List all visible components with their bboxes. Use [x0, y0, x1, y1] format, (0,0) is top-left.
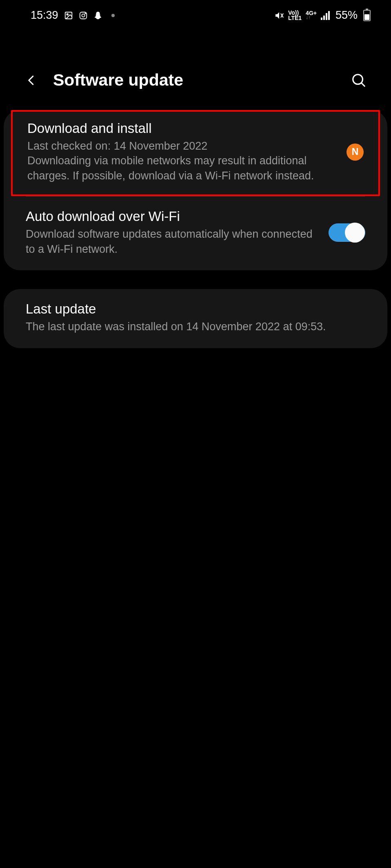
signal-icon — [321, 11, 330, 20]
data-type-indicator: 4G+ ↓↑ — [306, 11, 317, 20]
download-install-title: Download and install — [27, 121, 338, 136]
back-icon[interactable] — [25, 74, 38, 86]
svg-point-1 — [67, 13, 68, 15]
battery-percent: 55% — [335, 9, 358, 22]
instagram-icon — [79, 11, 88, 20]
last-update-desc: The last update was installed on 14 Nove… — [26, 319, 365, 334]
status-bar-left: 15:39 — [31, 9, 115, 22]
download-install-desc: Last checked on: 14 November 2022 Downlo… — [27, 139, 338, 183]
status-time: 15:39 — [31, 9, 58, 22]
svg-line-8 — [361, 83, 364, 86]
app-header: Software update — [0, 26, 391, 110]
status-bar-right: Vo)) LTE1 4G+ ↓↑ 55% — [274, 9, 371, 22]
last-update-item[interactable]: Last update The last update was installe… — [4, 289, 387, 348]
auto-download-item[interactable]: Auto download over Wi-Fi Download softwa… — [4, 197, 387, 270]
page-title: Software update — [53, 71, 351, 90]
download-install-text: Download and install Last checked on: 14… — [27, 121, 338, 183]
gallery-icon — [64, 11, 73, 20]
auto-download-toggle[interactable] — [329, 223, 365, 242]
notification-badge: N — [347, 144, 364, 161]
volte-indicator: Vo)) LTE1 — [288, 10, 302, 20]
mute-icon — [274, 11, 284, 20]
download-install-item[interactable]: Download and install Last checked on: 14… — [11, 110, 380, 196]
snapchat-icon — [93, 11, 102, 20]
svg-point-3 — [82, 14, 84, 17]
toggle-knob — [345, 223, 365, 243]
battery-icon — [363, 10, 371, 21]
settings-card-main: Download and install Last checked on: 14… — [4, 110, 387, 270]
search-icon[interactable] — [351, 73, 367, 88]
auto-download-text: Auto download over Wi-Fi Download softwa… — [26, 209, 320, 256]
more-notifications-dot — [111, 14, 115, 17]
last-update-text: Last update The last update was installe… — [26, 301, 365, 334]
auto-download-title: Auto download over Wi-Fi — [26, 209, 320, 224]
status-bar: 15:39 Vo)) LTE1 4G+ ↓↑ 55% — [0, 0, 391, 26]
auto-download-desc: Download software updates automatically … — [26, 227, 320, 256]
settings-card-last-update: Last update The last update was installe… — [4, 289, 387, 348]
svg-point-4 — [85, 13, 86, 14]
last-update-title: Last update — [26, 301, 365, 317]
